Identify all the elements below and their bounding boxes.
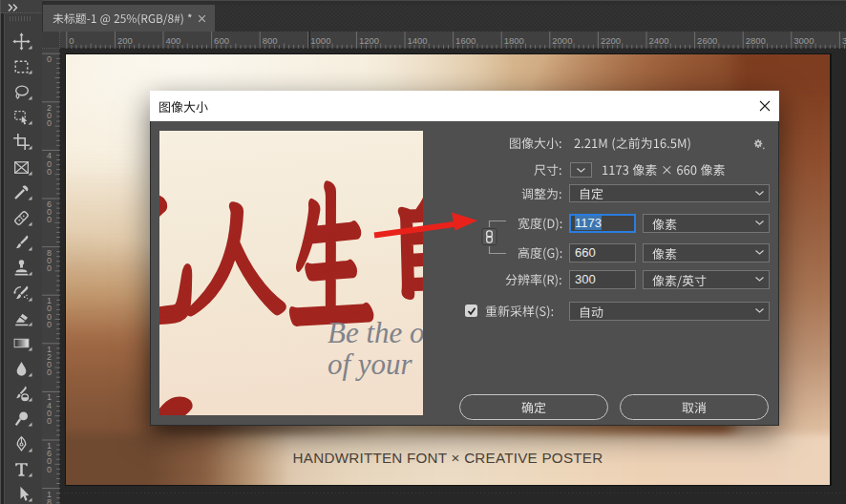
svg-text:0: 0	[69, 35, 74, 46]
svg-text:0: 0	[47, 263, 52, 273]
svg-text:2200: 2200	[601, 35, 621, 46]
svg-text:1000: 1000	[310, 35, 330, 46]
svg-text:0: 0	[47, 215, 52, 224]
svg-text:200: 200	[117, 35, 133, 46]
svg-text:0: 0	[47, 368, 52, 377]
svg-text:8: 8	[47, 497, 52, 504]
svg-text:3000: 3000	[793, 35, 814, 46]
svg-text:1200: 1200	[359, 35, 379, 46]
svg-text:0: 0	[47, 54, 52, 64]
svg-text:600: 600	[214, 35, 229, 46]
svg-text:3200: 3200	[842, 35, 846, 46]
svg-text:0: 0	[47, 465, 52, 474]
svg-text:2400: 2400	[649, 35, 669, 46]
svg-text:2600: 2600	[697, 35, 717, 46]
svg-text:0: 0	[47, 416, 52, 426]
svg-text:0: 0	[47, 167, 52, 177]
svg-text:2000: 2000	[552, 35, 572, 46]
svg-text:400: 400	[166, 35, 181, 46]
svg-text:1600: 1600	[455, 35, 476, 46]
svg-text:0: 0	[47, 320, 52, 329]
svg-text:0: 0	[47, 118, 52, 128]
svg-text:2800: 2800	[746, 35, 766, 46]
svg-text:800: 800	[263, 35, 278, 46]
svg-text:1400: 1400	[408, 35, 428, 46]
svg-text:1800: 1800	[504, 35, 524, 46]
